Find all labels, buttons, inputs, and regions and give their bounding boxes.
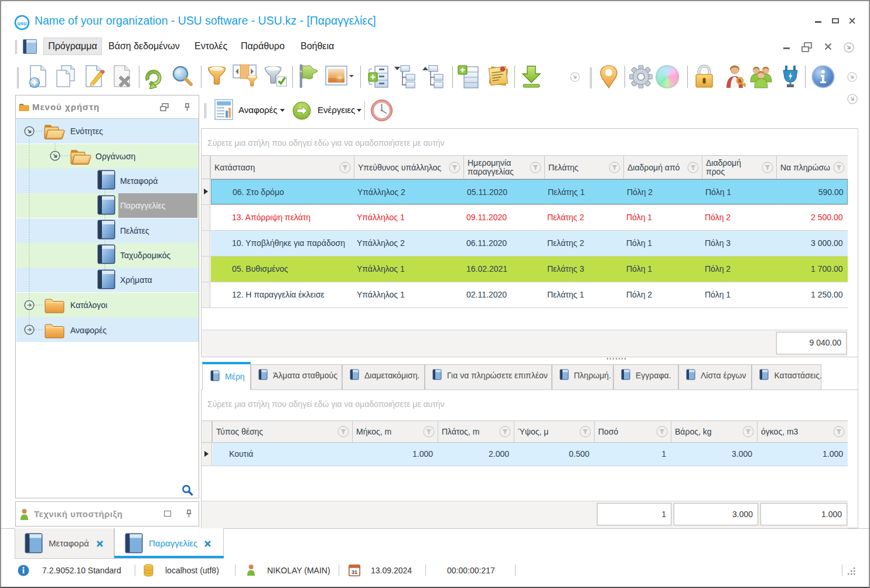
svg-text:31: 31: [352, 569, 357, 575]
svg-text:usu: usu: [17, 20, 26, 26]
